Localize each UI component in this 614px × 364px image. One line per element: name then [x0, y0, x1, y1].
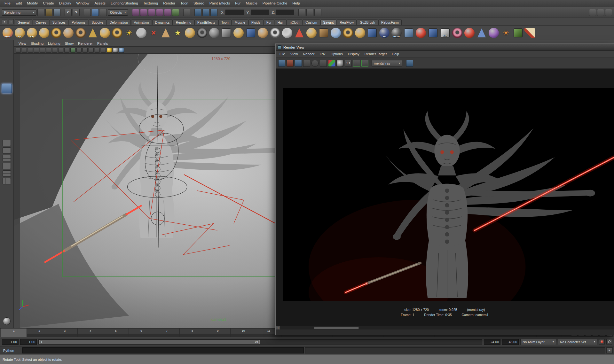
film-gate-toggle[interactable] — [64, 48, 69, 53]
viewport-menu-item[interactable]: Renderer — [76, 42, 95, 45]
animation-preferences-button[interactable] — [606, 339, 612, 345]
shelf-icon-lightblue-sphere-1[interactable] — [331, 28, 341, 38]
menu-item[interactable]: Modify — [24, 0, 40, 7]
shelf-icon-red-sphere-2[interactable] — [464, 28, 475, 38]
shelf-icon-silver-torus-1[interactable] — [270, 28, 280, 38]
select-by-component-button[interactable] — [100, 9, 107, 16]
range-slider-handle[interactable]: 1 24 — [39, 340, 260, 344]
frame-tick[interactable]: 3 — [52, 329, 77, 337]
render-settings-button[interactable] — [210, 9, 217, 16]
menu-item[interactable]: Display — [57, 0, 74, 7]
shelf-icon-gold-torus-2[interactable] — [112, 28, 122, 38]
layout-single-pane-button[interactable] — [3, 140, 11, 146]
alpha-channel-button[interactable] — [336, 60, 343, 67]
shelf-icon-blue-cube-3[interactable] — [429, 28, 437, 37]
shelf-icon-dark-sphere-1[interactable] — [209, 28, 219, 38]
shelf-tab[interactable]: Hair — [275, 19, 287, 25]
menu-item[interactable]: Help — [290, 0, 303, 7]
shelf-tab[interactable]: Deformation — [107, 19, 131, 25]
render-view-menu-item[interactable]: IPR — [317, 51, 328, 58]
soft-modification-tool[interactable] — [2, 115, 12, 125]
safe-title-toggle[interactable] — [95, 48, 100, 53]
scrollbar-thumb[interactable] — [314, 327, 359, 329]
render-view-menu-item[interactable]: Help — [389, 51, 402, 58]
layout-outliner-persp-button[interactable] — [3, 178, 11, 184]
menu-item[interactable]: Texturing — [141, 0, 161, 7]
animation-start-input[interactable] — [20, 339, 37, 345]
shelf-icon-red-sphere-1[interactable] — [416, 28, 426, 38]
shelf-icon-tan-cone-1[interactable] — [161, 28, 170, 37]
layout-four-panes-button[interactable] — [3, 170, 11, 177]
menu-item[interactable]: Paint Effects — [207, 0, 232, 7]
shelf-icon-green-cube-1[interactable] — [514, 28, 523, 37]
shelf-icon-gold-torus-1[interactable] — [51, 28, 61, 38]
shelf-icon-ft[interactable]: FT — [15, 28, 25, 38]
tool-settings-toggle[interactable] — [597, 9, 604, 16]
shelf-tab[interactable]: Toon — [218, 19, 232, 25]
frame-tick[interactable]: 5 — [103, 329, 129, 337]
remove-image-button[interactable] — [361, 60, 368, 67]
lasso-tool[interactable] — [2, 52, 12, 62]
shelf-icon-delete-cross[interactable]: × — [148, 27, 159, 39]
render-frame-button[interactable] — [194, 9, 201, 16]
open-scene-button[interactable] — [45, 9, 52, 16]
wireframe-display-button[interactable] — [101, 48, 106, 53]
shelf-icon-tan-sphere-2[interactable] — [258, 28, 268, 38]
frame-tick[interactable]: 7 — [154, 329, 179, 337]
shelf-icon-tan-cube-1[interactable] — [319, 28, 328, 37]
select-by-hierarchy-button[interactable] — [84, 9, 91, 16]
shelf-tab[interactable]: Muscle — [232, 19, 248, 25]
shelf-icon-tan-sphere-1[interactable] — [63, 28, 74, 38]
resolution-gate-toggle[interactable] — [70, 48, 75, 53]
shelf-tab[interactable]: Surfaces — [50, 19, 68, 25]
render-current-frame-button[interactable] — [278, 60, 285, 67]
shelf-tab[interactable]: Curves — [33, 19, 49, 25]
coordinate-input[interactable] — [276, 10, 294, 15]
render-view-window[interactable]: Render View FileViewRenderIPROptionsDisp… — [275, 43, 614, 335]
object-details-toggle[interactable] — [314, 9, 321, 16]
shelf-icon-hshd[interactable]: Hshd — [391, 28, 402, 38]
undo-button[interactable]: ↶ — [65, 9, 72, 16]
shelf-tab[interactable]: nCloth — [287, 19, 302, 25]
layout-three-panes-button[interactable] — [3, 163, 11, 169]
character-set-selector[interactable]: No Character Set ▾ — [558, 339, 597, 345]
shelf-tab[interactable]: PaintEffects — [194, 19, 218, 25]
make-live-button[interactable] — [172, 9, 179, 16]
shelf-icon-pink-torus-1[interactable] — [452, 28, 462, 38]
shelf-icon-gold-sphere-5[interactable] — [306, 28, 317, 38]
frame-tick[interactable]: 2 — [27, 329, 52, 337]
frame-tick[interactable]: 10 — [230, 329, 256, 337]
shelf-tab[interactable]: Fur — [264, 19, 274, 25]
menu-item[interactable]: Edit — [13, 0, 25, 7]
menu-item[interactable]: Toon — [178, 0, 191, 7]
shelf-icon-gray-sphere-1[interactable] — [136, 28, 146, 38]
render-view-menu-item[interactable]: Display — [345, 51, 362, 58]
shelf-icon-gray-cube-1[interactable] — [222, 28, 231, 37]
selection-mask-selector[interactable]: Objects ▾ — [108, 9, 128, 16]
viewport-menu-item[interactable]: Lighting — [46, 42, 63, 45]
coordinate-input[interactable] — [251, 10, 269, 15]
shelf-icon-ds[interactable]: DS — [441, 28, 450, 37]
shaded-display-button[interactable] — [107, 48, 112, 53]
shelf-tab[interactable]: Polygons — [69, 19, 88, 25]
shelf-tab[interactable]: RebusFarm — [378, 19, 402, 25]
menu-item[interactable]: Fur — [232, 0, 243, 7]
shelf-icon-gold-sphere-4[interactable] — [233, 28, 244, 38]
shelf-icon-gold-sphere-3[interactable] — [185, 28, 195, 38]
render-view-hscrollbar[interactable]: ◂ — [276, 326, 614, 329]
range-slider-track[interactable]: 1 24 — [38, 339, 482, 345]
snap-to-view-plane-button[interactable] — [164, 9, 171, 16]
one-to-one-button[interactable]: 1:1 — [345, 60, 352, 67]
shelf-tab[interactable]: Animation — [131, 19, 152, 25]
shelf-tab[interactable]: GoZBrush — [357, 19, 378, 25]
render-view-menu-item[interactable]: Render Target — [362, 51, 390, 58]
frame-tick[interactable]: 6 — [129, 329, 154, 337]
shelf-icon-red-cone-1[interactable] — [295, 28, 303, 37]
scale-tool[interactable] — [2, 94, 12, 104]
shelf-icon-blue-cube-2[interactable] — [368, 28, 377, 37]
snap-to-grid-button[interactable] — [132, 9, 139, 16]
camera-attributes-button[interactable] — [28, 48, 33, 53]
bookmark-button[interactable] — [34, 48, 39, 53]
attribute-editor-toggle[interactable] — [589, 9, 596, 16]
save-scene-button[interactable] — [53, 9, 60, 16]
